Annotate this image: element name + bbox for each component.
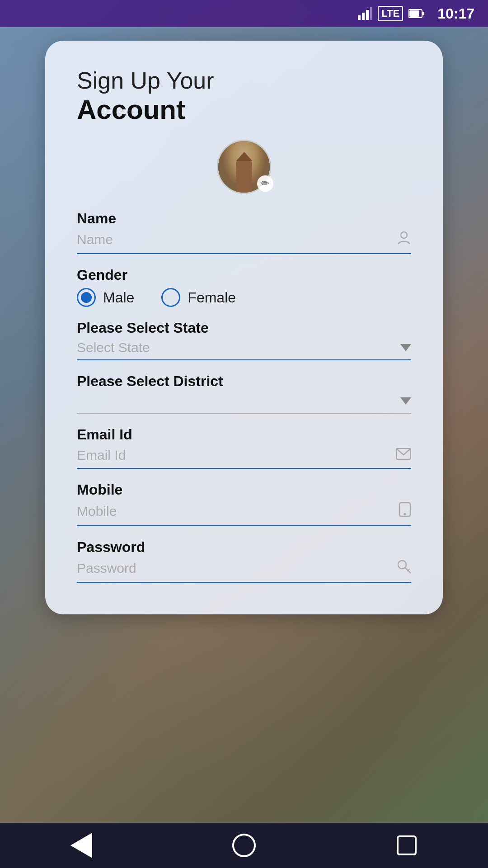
female-radio-inner — [165, 292, 176, 303]
email-label: Email Id — [77, 426, 411, 443]
back-button[interactable] — [68, 832, 95, 859]
male-radio-outer — [77, 288, 96, 307]
svg-line-12 — [408, 569, 409, 571]
lte-badge: LTE — [378, 6, 403, 21]
female-radio[interactable]: Female — [161, 288, 236, 307]
svg-rect-0 — [358, 15, 361, 20]
name-input[interactable] — [77, 232, 392, 247]
bottom-nav — [0, 823, 488, 868]
male-radio[interactable]: Male — [77, 288, 134, 307]
mobile-input[interactable] — [77, 504, 394, 519]
password-input[interactable] — [77, 561, 392, 576]
avatar-tower-decoration — [236, 161, 252, 193]
female-radio-outer — [161, 288, 180, 307]
mobile-input-wrapper — [77, 502, 411, 526]
female-label: Female — [188, 289, 236, 306]
svg-rect-2 — [366, 10, 369, 20]
state-label: Please Select State — [77, 320, 411, 336]
email-input-wrapper — [77, 447, 411, 469]
mail-icon — [396, 447, 411, 463]
gender-label: Gender — [77, 267, 411, 283]
password-label: Password — [77, 539, 411, 556]
edit-icon: ✏ — [261, 178, 269, 189]
avatar-wrapper[interactable]: ✏ — [217, 140, 271, 194]
recent-square-icon — [397, 835, 417, 855]
signal-icon — [358, 7, 372, 20]
status-time: 10:17 — [437, 5, 474, 22]
key-icon — [397, 559, 411, 577]
district-select[interactable] — [77, 393, 396, 408]
district-chevron-icon — [400, 397, 411, 405]
state-select[interactable]: Select State — [77, 340, 396, 355]
email-input[interactable] — [77, 448, 391, 463]
name-label: Name — [77, 210, 411, 227]
name-input-wrapper — [77, 231, 411, 254]
svg-point-9 — [404, 513, 406, 515]
password-input-wrapper — [77, 559, 411, 583]
svg-rect-3 — [370, 7, 372, 20]
state-chevron-icon — [400, 344, 411, 351]
mobile-label: Mobile — [77, 481, 411, 498]
male-radio-inner — [81, 292, 92, 303]
svg-rect-1 — [362, 13, 365, 20]
svg-point-7 — [401, 232, 407, 238]
district-label: Please Select District — [77, 373, 411, 390]
phone-icon — [399, 502, 411, 521]
signup-card: Sign Up Your Account ✏ Name Gender — [45, 41, 443, 614]
recent-button[interactable] — [393, 832, 420, 859]
card-title-line1: Sign Up Your — [77, 68, 411, 94]
male-label: Male — [103, 289, 134, 306]
status-bar: LTE 10:17 — [0, 0, 488, 27]
gender-row: Male Female — [77, 288, 411, 307]
back-arrow-icon — [70, 833, 92, 858]
district-select-wrapper — [77, 393, 411, 414]
home-circle-icon — [232, 834, 256, 857]
card-title-line2: Account — [77, 94, 411, 126]
svg-rect-6 — [422, 12, 424, 15]
avatar-edit-button[interactable]: ✏ — [257, 175, 273, 192]
home-button[interactable] — [230, 832, 258, 859]
state-select-wrapper: Select State — [77, 340, 411, 360]
person-icon — [397, 231, 411, 249]
svg-rect-5 — [409, 10, 419, 17]
avatar-container: ✏ — [77, 140, 411, 194]
battery-icon — [408, 9, 425, 19]
